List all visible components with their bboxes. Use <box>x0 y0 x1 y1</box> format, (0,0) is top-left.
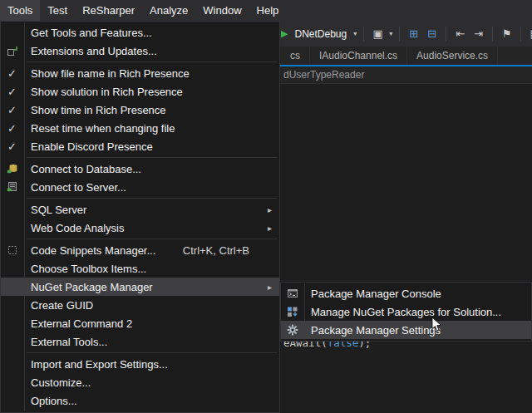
menu-item-label: Code Snippets Manager... <box>31 244 155 257</box>
menu-item-label: Package Manager Console <box>311 288 441 300</box>
menu-item-get-tools-and-features[interactable]: Get Tools and Features... <box>1 23 279 42</box>
menu-item-connect-to-server[interactable]: Connect to Server... <box>1 178 279 196</box>
menu-item-label: Web Code Analysis <box>31 222 125 234</box>
tab-label: IAudioChannel.cs <box>319 50 397 61</box>
menu-item-reset-time-when-changing-file[interactable]: ✓Reset time when changing file <box>1 119 279 137</box>
navigate-backward-icon[interactable]: ⊞ <box>406 27 421 41</box>
breadcrumb[interactable]: dUserTypeReader <box>283 69 364 81</box>
toolbar-separator <box>492 27 493 42</box>
tab-iaudiochannel[interactable]: IAudioChannel.cs <box>310 47 407 65</box>
menu-item-shortcut: Ctrl+K, Ctrl+B <box>183 244 269 257</box>
tab-audioservice[interactable]: AudioService.cs <box>407 47 498 65</box>
menu-item-label: Connect to Database... <box>31 163 141 175</box>
menubar-item-test[interactable]: Test <box>40 0 75 21</box>
menu-separator <box>27 157 277 158</box>
bookmark-icon[interactable]: ⚑ <box>500 27 514 41</box>
check-icon: ✓ <box>7 67 17 80</box>
decrease-indent-icon[interactable]: ⇤ <box>453 27 467 41</box>
menu-item-show-time-rich-presence[interactable]: ✓Show time in Rich Presence <box>1 101 279 119</box>
menu-item-show-file-name-rich-presence[interactable]: ✓Show file name in Rich Presence <box>1 64 279 82</box>
menu-item-label: Import and Export Settings... <box>31 358 168 371</box>
menubar-label: Window <box>203 4 241 17</box>
menu-item-external-command-2[interactable]: External Command 2 <box>1 314 279 332</box>
menu-item-label: Show file name in Rich Presence <box>31 67 190 80</box>
menu-item-label: Show solution in Rich Presence <box>31 86 183 98</box>
navigate-forward-icon[interactable]: ⊟ <box>425 27 439 41</box>
menu-item-enable-discord-presence[interactable]: ✓Enable Discord Presence <box>1 137 279 155</box>
menu-item-sql-server[interactable]: SQL Server▸ <box>1 200 279 219</box>
increase-indent-icon[interactable]: ⇥ <box>471 27 485 41</box>
console-icon <box>287 288 298 299</box>
menu-item-label: Extensions and Updates... <box>31 45 157 57</box>
toolbar-separator <box>446 27 446 42</box>
menubar-label: Test <box>47 4 67 17</box>
menubar-item-window[interactable]: Window <box>195 0 249 21</box>
tab-partial[interactable]: cs <box>281 47 310 65</box>
menubar-label: Analyze <box>150 4 188 17</box>
menu-item-web-code-analysis[interactable]: Web Code Analysis▸ <box>1 219 279 237</box>
menubar-label: Help <box>257 4 279 17</box>
tools-menu: Get Tools and Features... Extensions and… <box>0 21 280 413</box>
tabs: cs IAudioChannel.cs AudioService.cs <box>281 47 498 65</box>
extensions-icon <box>7 45 18 57</box>
tab-label: cs <box>290 50 300 61</box>
packages-icon <box>287 306 298 317</box>
menu-item-label: Create GUID <box>31 299 93 312</box>
toolbar-content: ▶ DNetDebug ▾ ▣ ▾ ⊞ ⊟ ⇤ ⇥ ⚑ ▤ ▥ <box>281 21 532 47</box>
menu-item-label: NuGet Package Manager <box>31 281 153 293</box>
menu-item-import-export-settings[interactable]: Import and Export Settings... <box>1 355 279 373</box>
menu-item-label: External Tools... <box>31 336 107 348</box>
toolbar-separator <box>363 27 364 42</box>
menu-item-show-solution-rich-presence[interactable]: ✓Show solution in Rich Presence <box>1 82 279 101</box>
menu-item-label: Choose Toolbox Items... <box>31 263 146 275</box>
menu-item-label: Package Manager Settings <box>311 324 441 337</box>
submenu-item-package-manager-settings[interactable]: Package Manager Settings <box>281 321 531 339</box>
menu-separator <box>27 61 277 62</box>
tab-label: AudioService.cs <box>416 50 488 61</box>
menu-item-create-guid[interactable]: Create GUID <box>1 296 279 314</box>
check-icon: ✓ <box>7 140 17 153</box>
comment-icon[interactable]: ▤ <box>528 27 532 41</box>
menubar-label: ReSharper <box>82 4 135 17</box>
nuget-submenu: Package Manager Console Manage NuGet Pac… <box>280 282 532 342</box>
menu-bar: Tools Test ReSharper Analyze Window Help <box>0 0 532 21</box>
menu-item-options[interactable]: Options... <box>1 391 279 410</box>
submenu-arrow-icon: ▸ <box>268 224 272 233</box>
attach-icon[interactable]: ▣ <box>371 27 385 41</box>
menu-separator <box>27 238 277 239</box>
check-icon: ✓ <box>7 104 17 116</box>
menu-item-code-snippets-manager[interactable]: Code Snippets Manager... Ctrl+K, Ctrl+B <box>1 241 279 259</box>
chevron-down-icon[interactable]: ▾ <box>353 30 357 37</box>
submenu-item-package-manager-console[interactable]: Package Manager Console <box>281 284 531 302</box>
check-icon: ✓ <box>7 86 17 98</box>
toolbar-separator <box>399 27 400 42</box>
menu-item-label: Connect to Server... <box>31 181 126 194</box>
menu-item-label: Manage NuGet Packages for Solution... <box>311 306 501 318</box>
chevron-down-icon[interactable]: ▾ <box>389 30 392 37</box>
menubar-item-help[interactable]: Help <box>249 0 287 21</box>
menu-item-connect-to-database[interactable]: Connect to Database... <box>1 160 279 178</box>
debug-target-dropdown[interactable]: DNetDebug <box>294 28 347 40</box>
menubar-item-analyze[interactable]: Analyze <box>142 0 195 21</box>
menu-item-customize[interactable]: Customize... <box>1 373 279 391</box>
menu-item-label: Get Tools and Features... <box>31 27 152 39</box>
submenu-arrow-icon: ▸ <box>268 283 272 292</box>
gear-icon <box>287 324 298 336</box>
menu-item-choose-toolbox-items[interactable]: Choose Toolbox Items... <box>1 259 279 278</box>
menu-item-label: Reset time when changing file <box>31 122 175 135</box>
menubar-label: Tools <box>7 4 32 17</box>
menu-item-label: SQL Server <box>31 204 86 216</box>
menubar-item-resharper[interactable]: ReSharper <box>75 0 142 21</box>
toolbar-separator <box>520 27 521 42</box>
submenu-item-manage-nuget-packages[interactable]: Manage NuGet Packages for Solution... <box>281 302 531 321</box>
menu-item-extensions-and-updates[interactable]: Extensions and Updates... <box>1 42 279 60</box>
menubar-item-tools[interactable]: Tools <box>0 0 40 21</box>
snippets-icon <box>7 244 18 256</box>
start-debug-icon[interactable]: ▶ <box>281 28 288 39</box>
menu-item-external-tools[interactable]: External Tools... <box>1 332 279 351</box>
menu-item-label: Show time in Rich Presence <box>31 104 166 116</box>
menu-item-label: Options... <box>31 395 77 407</box>
menu-item-nuget-package-manager[interactable]: NuGet Package Manager▸ <box>1 278 279 296</box>
menu-item-label: Enable Discord Presence <box>31 140 153 153</box>
menu-separator <box>27 198 277 199</box>
